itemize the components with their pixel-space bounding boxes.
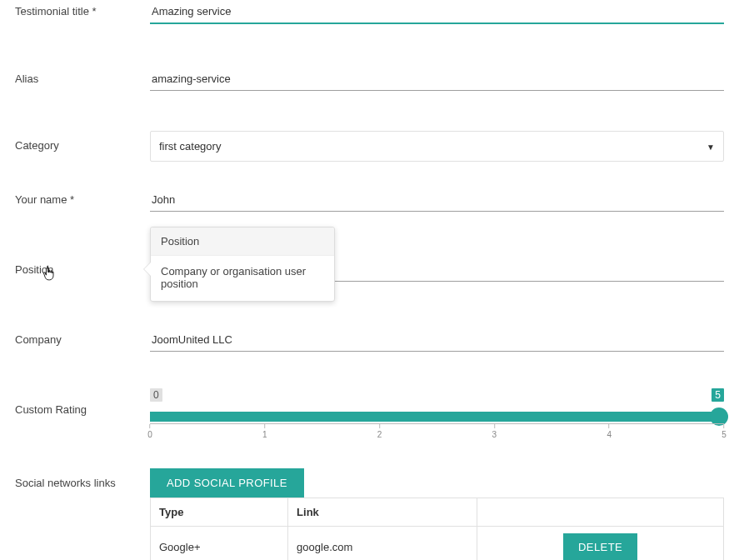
title-label: Testimonial title * — [15, 2, 150, 18]
cell-link: google.com — [288, 527, 477, 561]
delete-button[interactable]: DELETE — [563, 533, 637, 560]
col-action — [477, 498, 724, 527]
category-label: Category — [15, 131, 150, 152]
cell-type: Google+ — [151, 527, 288, 561]
tooltip-header: Position — [151, 228, 334, 256]
position-tooltip: Position Company or organisation user po… — [150, 227, 335, 302]
tick-3: 3 — [492, 424, 497, 439]
company-input[interactable] — [150, 330, 724, 352]
social-table: Type Link Google+ google.com DELETE — [150, 498, 724, 560]
social-label: Social networks links — [15, 468, 150, 489]
tick-2: 2 — [377, 424, 382, 439]
rating-label: Custom Rating — [15, 392, 150, 416]
rating-slider[interactable]: 0 5 0 1 2 3 4 5 — [150, 392, 724, 442]
tick-1: 1 — [262, 424, 267, 439]
tick-0: 0 — [147, 424, 152, 439]
name-input[interactable] — [150, 190, 724, 212]
table-row: Google+ google.com DELETE — [151, 527, 724, 561]
tick-4: 4 — [607, 424, 612, 439]
table-header-row: Type Link — [151, 498, 724, 527]
title-input[interactable] — [150, 2, 724, 24]
slider-min-badge: 0 — [150, 388, 162, 402]
position-label: Position — [15, 260, 150, 276]
alias-input[interactable] — [150, 69, 724, 91]
col-link: Link — [288, 498, 477, 527]
category-value: first category — [159, 140, 221, 152]
name-label: Your name * — [15, 190, 150, 206]
company-label: Company — [15, 330, 150, 346]
col-type: Type — [151, 498, 288, 527]
add-social-profile-button[interactable]: ADD SOCIAL PROFILE — [150, 468, 304, 498]
category-select[interactable]: first category ▼ — [150, 131, 724, 162]
tooltip-body: Company or organisation user position — [151, 256, 334, 301]
chevron-down-icon: ▼ — [707, 142, 715, 151]
slider-ticks: 0 1 2 3 4 5 — [150, 423, 724, 442]
alias-label: Alias — [15, 69, 150, 85]
slider-track[interactable] — [150, 412, 724, 422]
tick-5: 5 — [722, 424, 727, 439]
slider-max-badge: 5 — [712, 388, 724, 402]
